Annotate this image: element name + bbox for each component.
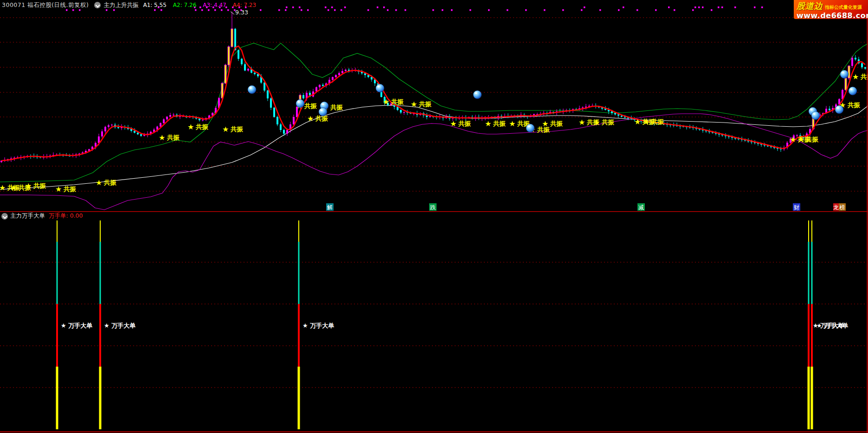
svg-text:★: ★	[797, 135, 804, 144]
svg-text:共振: 共振	[230, 125, 244, 133]
vendor-logo[interactable]: 股道边 指标公式量化资源 www.de6688.com	[794, 0, 868, 19]
vendor-slogan: 指标公式量化资源	[825, 4, 862, 11]
price-high-annotation: 9.33	[231, 9, 248, 16]
svg-text:财: 财	[794, 204, 799, 211]
svg-text:解: 解	[327, 204, 333, 211]
svg-text:★: ★	[307, 114, 314, 123]
svg-text:★: ★	[25, 181, 32, 190]
svg-text:★: ★	[485, 119, 491, 128]
svg-text:★: ★	[579, 118, 585, 127]
svg-text:跌: 跌	[430, 204, 436, 211]
svg-text:★ 万手大单: ★ 万手大单	[302, 322, 334, 329]
sub-indicator-name: 主力万手大单	[10, 212, 45, 220]
svg-text:★: ★	[593, 118, 600, 127]
collapse-chevron-icon[interactable]	[94, 2, 101, 8]
svg-text:★: ★	[542, 119, 548, 128]
sub-header: 主力万手大单 万手单: 0.00	[1, 212, 83, 220]
main-chart-canvas[interactable]: ★共振★共振★共振★共振★共振★共振★共振★共振★共振★共振★共振★共振★共振★…	[0, 0, 868, 211]
indicator-value: A4: 7.23	[233, 2, 256, 8]
indicator-name: 主力上升共振	[103, 1, 138, 9]
indicator-value: A1: 5.55	[143, 2, 166, 8]
vendor-url: www.de6688.com	[797, 12, 866, 19]
vendor-brand: 股道边	[797, 0, 823, 12]
svg-text:共振: 共振	[167, 134, 180, 141]
svg-text:★: ★	[159, 133, 165, 142]
svg-text:共振: 共振	[391, 98, 404, 105]
svg-text:★: ★	[643, 117, 649, 126]
indicator-values: A1: 5.55A2: 7.26A3: 4.47A4: 7.23	[143, 1, 263, 9]
svg-text:共振: 共振	[458, 120, 471, 127]
stock-title: 300071 福石控股(日线.前复权)	[2, 1, 89, 9]
svg-text:★: ★	[96, 178, 102, 187]
svg-text:共振: 共振	[418, 100, 432, 108]
svg-text:共振: 共振	[493, 120, 506, 127]
svg-text:9.33: 9.33	[235, 9, 248, 16]
svg-text:共振: 共振	[550, 120, 563, 127]
indicator-value: A2: 7.26	[173, 2, 196, 8]
svg-text:共振: 共振	[601, 118, 615, 126]
signal-bars	[56, 220, 813, 429]
sub-indicator-value: 万手单: 0.00	[49, 212, 83, 220]
svg-text:共振: 共振	[33, 182, 46, 189]
sub-chart-canvas[interactable]: ★ 万手大单★ 万手大单★ 万手大单★ 万手大单★ 万手大单	[0, 211, 868, 433]
svg-text:★ 万手大单: ★ 万手大单	[104, 322, 135, 329]
indicator-value: A3: 4.47	[203, 2, 226, 8]
svg-text:减: 减	[638, 204, 644, 211]
svg-text:★ 万手大单: ★ 万手大单	[817, 322, 848, 329]
svg-text:★: ★	[383, 97, 389, 106]
stock-app-window: ★共振★共振★共振★共振★共振★共振★共振★共振★共振★共振★共振★共振★共振★…	[0, 0, 868, 433]
svg-text:榜: 榜	[839, 204, 845, 211]
svg-text:★: ★	[634, 117, 641, 126]
svg-text:★: ★	[790, 135, 796, 144]
svg-text:★: ★	[450, 119, 457, 128]
svg-text:★: ★	[852, 72, 859, 81]
ma-line	[1, 46, 865, 161]
svg-text:★: ★	[222, 125, 229, 134]
svg-text:共振: 共振	[651, 118, 664, 125]
resonance-stars: ★共振★共振★共振★共振★共振★共振★共振★共振★共振★共振★共振★共振★共振★…	[0, 72, 868, 194]
svg-text:共振: 共振	[103, 179, 117, 186]
svg-text:★: ★	[10, 183, 17, 192]
svg-text:共振: 共振	[63, 185, 77, 193]
main-gridlines	[0, 18, 868, 191]
svg-text:共振: 共振	[195, 123, 209, 130]
svg-text:共振: 共振	[860, 73, 868, 80]
collapse-chevron-icon[interactable]	[1, 213, 8, 220]
svg-text:★: ★	[411, 100, 417, 109]
svg-text:共振: 共振	[304, 102, 317, 110]
svg-text:共振: 共振	[330, 103, 343, 111]
candles-layer	[0, 12, 866, 163]
svg-text:★: ★	[187, 123, 194, 131]
svg-text:★ 万手大单: ★ 万手大单	[61, 322, 92, 329]
svg-text:龙: 龙	[833, 204, 839, 211]
svg-text:共振: 共振	[847, 101, 861, 109]
band-lines	[0, 43, 868, 210]
svg-text:★: ★	[0, 183, 6, 192]
svg-text:共振: 共振	[805, 136, 819, 143]
svg-text:★: ★	[509, 119, 515, 128]
svg-text:★: ★	[55, 185, 62, 194]
main-header: 300071 福石控股(日线.前复权) 主力上升共振 A1: 5.55A2: 7…	[2, 1, 263, 9]
sub-star-labels: ★ 万手大单★ 万手大单★ 万手大单★ 万手大单★ 万手大单	[61, 322, 848, 329]
event-badges: 解跌减财龙榜	[326, 203, 846, 211]
